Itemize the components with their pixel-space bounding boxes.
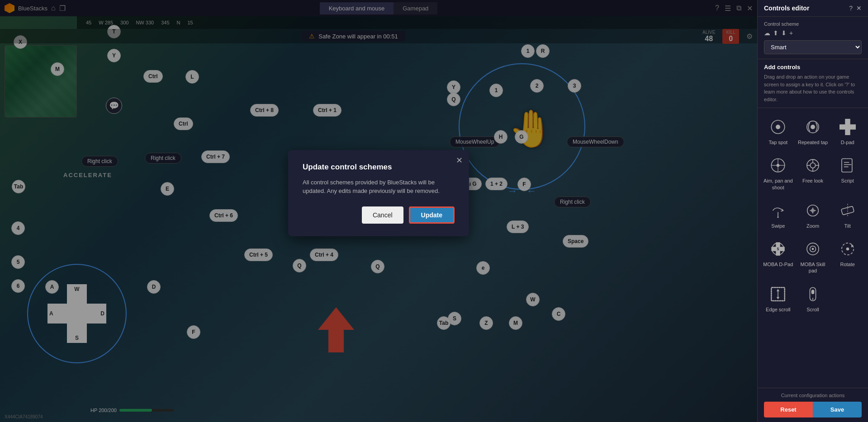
save-button[interactable]: Save (813, 402, 862, 417)
panel-bottom: Current configuration actions Reset Save (758, 388, 868, 422)
free-look-icon (803, 155, 823, 175)
scheme-icon-4[interactable]: + (789, 29, 793, 37)
svg-marker-40 (777, 297, 780, 299)
edge-scroll-icon (768, 284, 788, 304)
scroll-icon (803, 284, 823, 304)
moba-skill-label: MOBA Skill pad (798, 261, 828, 274)
svg-marker-39 (777, 289, 780, 291)
dialog-body: All control schemes provided by BlueStac… (303, 178, 455, 196)
svg-text:5: 5 (777, 247, 779, 251)
dpad-label: D-pad (841, 139, 854, 145)
rotate-icon (838, 239, 858, 259)
panel-close-btn[interactable]: ✕ (856, 5, 862, 12)
zoom-icon (803, 201, 823, 220)
aim-pan-shoot-label: Aim, pan and shoot (763, 178, 793, 191)
svg-rect-42 (811, 290, 815, 294)
panel-header: Controls editor ? ✕ (758, 0, 868, 17)
panel-title: Controls editor (764, 5, 809, 12)
panel-header-icons: ? ✕ (849, 5, 862, 12)
control-aim-pan-shoot[interactable]: Aim, pan and shoot (761, 151, 795, 195)
control-rotate[interactable]: Rotate (830, 234, 864, 279)
tap-spot-icon (768, 117, 788, 137)
dialog-title: Update control schemes (303, 163, 455, 172)
dialog-overlay: Update control schemes ✕ All control sch… (0, 0, 757, 422)
tilt-icon (838, 201, 858, 220)
svg-marker-6 (840, 119, 856, 135)
control-free-look[interactable]: Free look (796, 151, 830, 195)
repeated-tap-icon (803, 117, 823, 137)
main-container: BlueStacks ⌂ ❐ Keyboard and mouse Gamepa… (0, 0, 868, 422)
control-repeated-tap[interactable]: Repeated tap (796, 113, 830, 150)
control-dpad[interactable]: D-pad (830, 113, 864, 150)
dpad-control-icon (838, 117, 858, 137)
repeated-tap-label: Repeated tap (798, 139, 828, 145)
svg-point-10 (777, 164, 780, 167)
svg-point-35 (846, 248, 849, 251)
swipe-label: Swipe (771, 223, 785, 229)
free-look-label: Free look (802, 178, 823, 184)
reset-button[interactable]: Reset (764, 402, 813, 417)
zoom-label: Zoom (806, 223, 819, 229)
scroll-label: Scroll (806, 306, 819, 313)
scheme-icon-1[interactable]: ☁ (764, 29, 770, 37)
panel-help-btn[interactable]: ? (849, 5, 853, 12)
update-button[interactable]: Update (409, 206, 455, 224)
control-scheme-section: Control scheme ☁ ⬆ ⬇ + Smart (758, 17, 868, 59)
svg-point-3 (776, 125, 780, 129)
control-moba-skill[interactable]: MOBA Skill pad (796, 234, 830, 279)
control-edge-scroll[interactable]: Edge scroll (761, 280, 795, 317)
svg-point-5 (811, 125, 815, 129)
control-zoom[interactable]: Zoom (796, 196, 830, 234)
control-moba-dpad[interactable]: 5 MOBA D-Pad (761, 234, 795, 279)
dialog-buttons: Cancel Update (303, 206, 455, 224)
cancel-button[interactable]: Cancel (362, 206, 403, 224)
panel-bottom-btns: Reset Save (764, 402, 862, 417)
svg-point-12 (810, 163, 815, 168)
scheme-label: Control scheme (764, 21, 862, 27)
dialog-box: Update control schemes ✕ All control sch… (288, 150, 469, 236)
add-controls-title: Add controls (764, 64, 862, 70)
scheme-icon-2[interactable]: ⬆ (773, 29, 778, 37)
control-script[interactable]: Script (830, 151, 864, 195)
dialog-close-button[interactable]: ✕ (456, 155, 463, 165)
tap-spot-label: Tap spot (769, 139, 788, 145)
scheme-icons: ☁ ⬆ ⬇ + (764, 29, 862, 37)
current-config-label: Current configuration actions (764, 393, 862, 398)
rotate-label: Rotate (840, 261, 854, 267)
add-controls-desc: Drag and drop an action on your game scr… (764, 73, 862, 103)
game-area: BlueStacks ⌂ ❐ Keyboard and mouse Gamepa… (0, 0, 757, 422)
aim-pan-shoot-icon (768, 155, 788, 175)
script-label: Script (841, 178, 854, 184)
tilt-label: Tilt (844, 223, 851, 229)
control-scroll[interactable]: Scroll (796, 280, 830, 317)
moba-skill-icon (803, 239, 823, 259)
moba-dpad-icon: 5 (768, 239, 788, 259)
control-tap-spot[interactable]: Tap spot (761, 113, 795, 150)
add-controls-section: Add controls Drag and drop an action on … (758, 59, 868, 108)
swipe-icon (768, 201, 788, 220)
moba-dpad-label: MOBA D-Pad (763, 261, 793, 267)
svg-point-33 (812, 248, 814, 250)
controls-panel: Controls editor ? ✕ Control scheme ☁ ⬆ ⬇… (757, 0, 868, 422)
controls-grid: Tap spot Repeated tap (758, 108, 868, 322)
script-icon (838, 155, 858, 175)
scheme-icon-3[interactable]: ⬇ (781, 29, 787, 37)
control-tilt[interactable]: Tilt (830, 196, 864, 234)
scheme-dropdown[interactable]: Smart (764, 40, 862, 54)
svg-rect-17 (842, 159, 852, 172)
svg-point-21 (778, 216, 779, 218)
control-swipe[interactable]: Swipe (761, 196, 795, 234)
edge-scroll-label: Edge scroll (766, 306, 790, 313)
